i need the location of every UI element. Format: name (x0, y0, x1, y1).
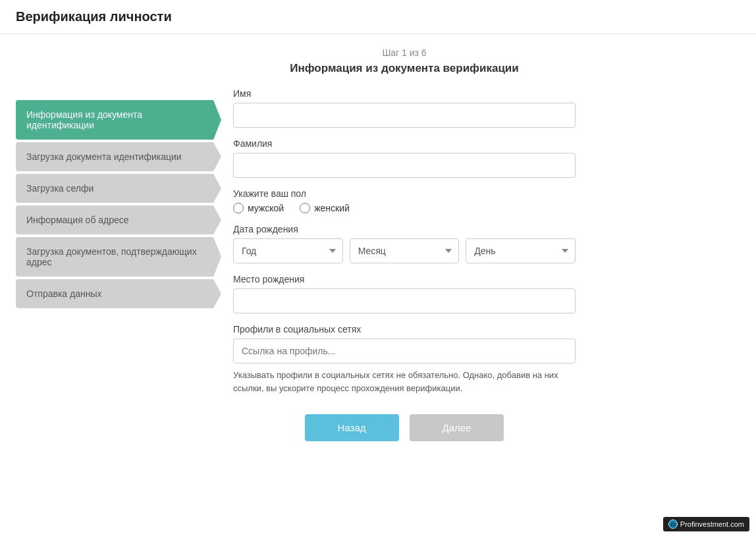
gender-female-option[interactable]: женский (300, 203, 350, 213)
dob-group: Дата рождения Год Месяц День (233, 224, 576, 263)
birthplace-label: Место рождения (233, 274, 576, 284)
watermark: 🌐 Profinvestment.com (663, 517, 749, 531)
dob-month-select[interactable]: Месяц (350, 238, 460, 263)
gender-row: мужской женский (233, 203, 576, 213)
gender-male-label: мужской (248, 203, 284, 213)
dob-label: Дата рождения (233, 224, 576, 234)
sidebar-item-step1-label: Информация из документа идентификации (26, 109, 203, 130)
sidebar-item-step5-label: Загрузка документов, подтверждающих адре… (26, 246, 203, 267)
sidebar-item-step3[interactable]: Загрузка селфи (16, 174, 213, 203)
social-group: Профили в социальных сетях Указывать про… (233, 324, 576, 394)
content-area: Информация из документа идентификации За… (0, 34, 756, 454)
gender-label: Укажите ваш пол (233, 188, 576, 199)
dob-row: Год Месяц День (233, 238, 576, 263)
next-button[interactable]: Далее (410, 414, 504, 441)
sidebar-item-step1[interactable]: Информация из документа идентификации (16, 100, 213, 140)
globe-icon: 🌐 (668, 520, 678, 529)
dob-day-select[interactable]: День (466, 238, 576, 263)
sidebar: Информация из документа идентификации За… (16, 100, 213, 441)
back-button[interactable]: Назад (305, 414, 399, 441)
first-name-input[interactable] (233, 103, 576, 128)
gender-female-label: женский (314, 203, 350, 213)
birthplace-group: Место рождения (233, 274, 576, 313)
first-name-label: Имя (233, 88, 576, 99)
step-label: Шаг 1 из 6 (233, 47, 576, 58)
form-area: Шаг 1 из 6 Информация из документа вериф… (233, 47, 576, 441)
sidebar-item-step6-label: Отправка данных (26, 288, 101, 299)
dob-year-select[interactable]: Год (233, 238, 343, 263)
last-name-label: Фамилия (233, 138, 576, 149)
page-header: Верификация личности (0, 0, 756, 34)
btn-row: Назад Далее (233, 414, 576, 441)
first-name-group: Имя (233, 88, 576, 128)
social-input[interactable] (233, 338, 576, 363)
sidebar-item-step5[interactable]: Загрузка документов, подтверждающих адре… (16, 237, 213, 277)
watermark-text: Profinvestment.com (680, 520, 744, 528)
gender-male-option[interactable]: мужской (233, 203, 284, 213)
sidebar-item-step2-label: Загрузка документа идентификации (26, 151, 182, 162)
page-wrapper: Верификация личности Информация из докум… (0, 0, 756, 538)
birthplace-input[interactable] (233, 288, 576, 313)
form-section-title: Информация из документа верификации (233, 62, 576, 75)
gender-female-radio[interactable] (300, 203, 310, 213)
step-info: Шаг 1 из 6 Информация из документа вериф… (233, 47, 576, 75)
sidebar-item-step4[interactable]: Информация об адресе (16, 205, 213, 234)
sidebar-item-step2[interactable]: Загрузка документа идентификации (16, 142, 213, 171)
last-name-input[interactable] (233, 153, 576, 178)
page-title: Верификация личности (16, 9, 740, 24)
sidebar-item-step3-label: Загрузка селфи (26, 183, 94, 194)
gender-male-radio[interactable] (233, 203, 244, 213)
gender-group: Укажите ваш пол мужской женский (233, 188, 576, 213)
sidebar-item-step4-label: Информация об адресе (26, 215, 129, 225)
sidebar-item-step6[interactable]: Отправка данных (16, 279, 213, 308)
social-label: Профили в социальных сетях (233, 324, 576, 335)
last-name-group: Фамилия (233, 138, 576, 178)
social-note: Указывать профили в социальных сетях не … (233, 369, 576, 394)
